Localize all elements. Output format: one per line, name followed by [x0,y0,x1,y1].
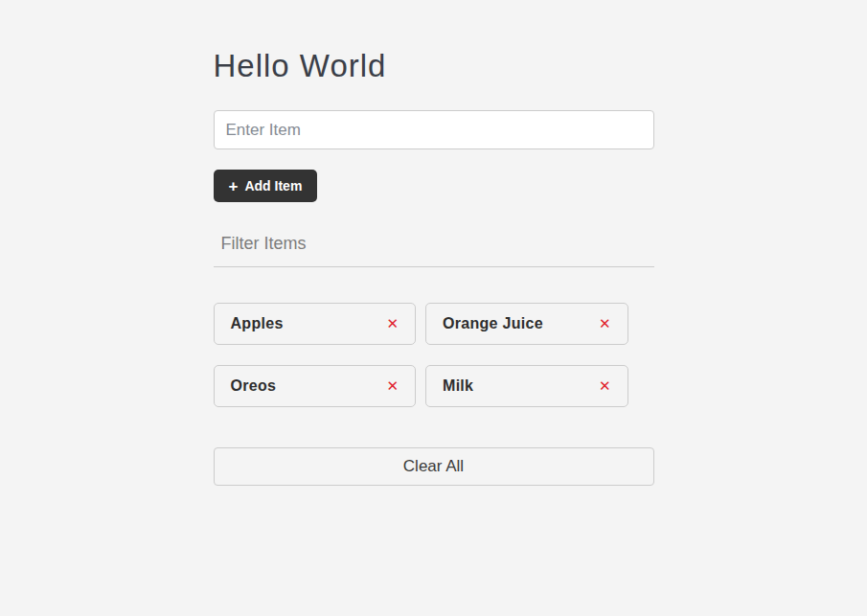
add-item-button-label: Add Item [244,178,302,194]
filter-input[interactable] [214,225,654,267]
list-item: Milk ✕ [425,365,628,407]
item-label: Apples [231,315,284,332]
list-item: Apples ✕ [214,303,417,345]
app-container: Hello World + Add Item Apples ✕ Orange J… [214,0,654,486]
item-list: Apples ✕ Orange Juice ✕ Oreos ✕ Milk ✕ [209,298,659,422]
filter-section [214,225,654,267]
x-icon: ✕ [386,315,399,332]
remove-item-button[interactable]: ✕ [599,317,611,331]
remove-item-button[interactable]: ✕ [599,379,611,394]
add-item-form: + Add Item [214,110,654,202]
plus-icon: + [229,178,239,194]
item-label: Milk [443,377,473,395]
x-icon: ✕ [599,315,611,332]
page-title: Hello World [214,48,654,84]
x-icon: ✕ [386,377,399,395]
item-input[interactable] [214,110,654,149]
list-item: Orange Juice ✕ [425,303,628,345]
remove-item-button[interactable]: ✕ [386,317,399,331]
item-label: Orange Juice [443,315,543,332]
item-label: Oreos [231,377,277,395]
clear-all-button[interactable]: Clear All [214,447,654,486]
list-item: Oreos ✕ [214,365,417,407]
x-icon: ✕ [599,377,611,395]
add-item-button[interactable]: + Add Item [214,170,318,202]
remove-item-button[interactable]: ✕ [386,379,399,394]
